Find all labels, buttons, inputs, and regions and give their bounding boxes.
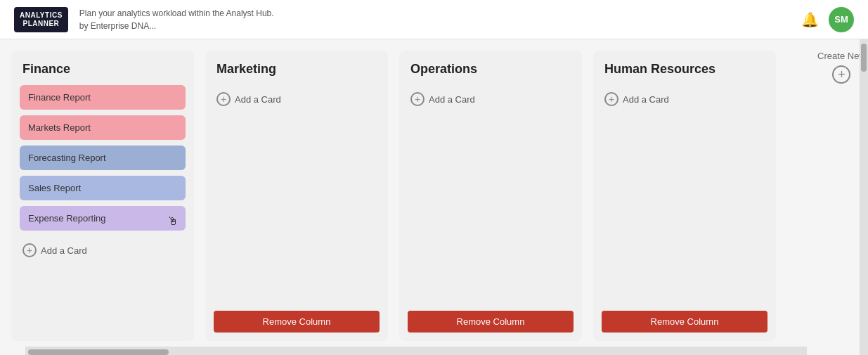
create-new-button[interactable]: + [832, 65, 850, 84]
logo: ANALYTICS PLANNER [14, 7, 68, 32]
add-card-button-marketing[interactable]: + Add a Card [214, 88, 380, 110]
remove-column-button-marketing[interactable]: Remove Column [214, 311, 380, 333]
card-finance-report[interactable]: Finance Report [20, 85, 186, 110]
column-title-hr: Human Resources [602, 62, 767, 77]
add-card-plus-icon-operations: + [410, 92, 425, 106]
notification-bell-icon[interactable]: 🔔 [801, 11, 819, 28]
add-card-button-finance[interactable]: + Add a Card [20, 239, 186, 262]
card-markets-report[interactable]: Markets Report [20, 115, 186, 140]
vertical-scrollbar[interactable] [860, 39, 868, 355]
add-card-plus-icon-marketing: + [216, 92, 231, 106]
header-left: ANALYTICS PLANNER Plan your analytics wo… [14, 7, 274, 32]
main-area: Finance Finance Report Markets Report Fo… [0, 39, 868, 355]
column-finance: Finance Finance Report Markets Report Fo… [11, 51, 194, 341]
add-card-label-operations: Add a Card [429, 94, 475, 105]
add-card-plus-icon-hr: + [604, 92, 618, 106]
card-sales-report[interactable]: Sales Report [20, 176, 186, 200]
column-title-operations: Operations [408, 62, 574, 77]
add-card-button-hr[interactable]: + Add a Card [602, 88, 767, 110]
create-new-label: Create New [817, 51, 866, 61]
add-card-button-operations[interactable]: + Add a Card [408, 88, 574, 110]
column-operations: Operations + Add a Card Remove Column [399, 51, 582, 341]
vertical-scrollbar-thumb[interactable] [861, 44, 867, 72]
add-card-label-marketing: Add a Card [235, 94, 281, 105]
add-card-plus-icon: + [22, 243, 37, 257]
tagline: Plan your analytics workload within the … [79, 7, 274, 32]
column-human-resources: Human Resources + Add a Card Remove Colu… [593, 51, 776, 341]
avatar[interactable]: SM [829, 7, 854, 32]
column-marketing: Marketing + Add a Card Remove Column [205, 51, 388, 341]
header: ANALYTICS PLANNER Plan your analytics wo… [0, 0, 868, 39]
right-panel: Create New + [815, 39, 868, 355]
remove-column-button-hr[interactable]: Remove Column [602, 311, 767, 333]
horizontal-scrollbar[interactable] [25, 347, 807, 355]
column-title-finance: Finance [20, 62, 186, 77]
add-card-label-hr: Add a Card [623, 94, 669, 105]
board-scroll-container: Finance Finance Report Markets Report Fo… [0, 39, 815, 355]
board: Finance Finance Report Markets Report Fo… [0, 39, 815, 341]
column-title-marketing: Marketing [214, 62, 380, 77]
horizontal-scrollbar-thumb[interactable] [28, 349, 169, 355]
card-forecasting-report[interactable]: Forecasting Report [20, 146, 186, 170]
header-right: 🔔 SM [801, 7, 854, 32]
card-expense-reporting[interactable]: Expense Reporting 🖱 [20, 206, 186, 231]
add-card-label-finance: Add a Card [41, 245, 87, 256]
remove-column-button-operations[interactable]: Remove Column [408, 311, 574, 333]
